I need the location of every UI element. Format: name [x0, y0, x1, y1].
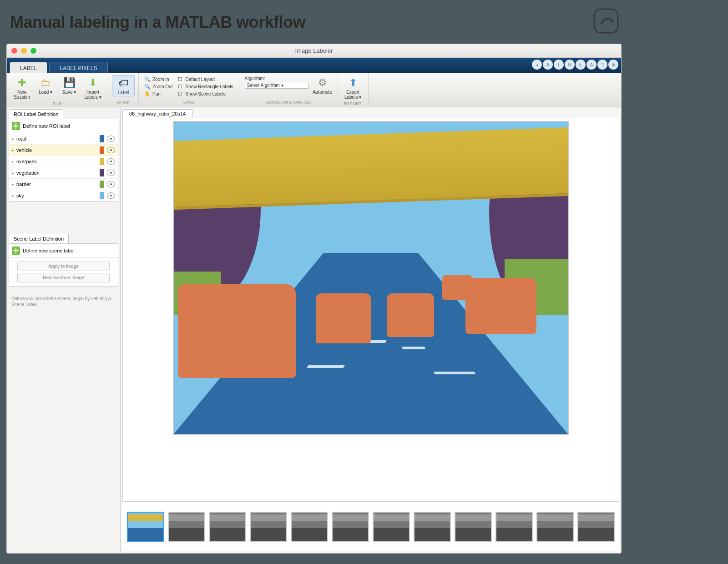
qa-btn[interactable]: ⊕	[608, 60, 618, 70]
visibility-icon[interactable]	[107, 147, 115, 153]
roi-panel-title: ROI Label Definition	[9, 109, 63, 119]
visibility-icon[interactable]	[107, 181, 115, 187]
app-window: Image Labeler LABEL LABEL PIXELS ◂ A I R…	[6, 44, 622, 554]
zoom-out-icon: 🔍	[144, 83, 151, 90]
gears-icon: ⚙	[312, 76, 333, 90]
roi-label-item[interactable]: ▸sky	[9, 190, 118, 201]
filmstrip-thumb[interactable]	[332, 512, 369, 542]
qa-btn[interactable]: A	[543, 60, 553, 70]
select-algorithm-dropdown[interactable]: Select Algorithm ▾	[245, 82, 308, 89]
expand-icon: ▸	[12, 148, 14, 152]
define-scene-button[interactable]: Define new scene label	[9, 244, 118, 258]
roi-label-item[interactable]: ▸overpass	[9, 156, 118, 167]
color-swatch	[100, 192, 104, 199]
save-icon: 💾	[59, 76, 80, 90]
export-icon: ⬆	[343, 76, 364, 90]
qa-btn[interactable]: R	[565, 60, 575, 70]
label-name: overpass	[16, 159, 98, 164]
ribbon-group-export: ⬆Export Labels ▾ EXPORT	[338, 73, 369, 107]
ribbon: ✚New Session 🗀Load ▾ 💾Save ▾ ⬇Import Lab…	[7, 73, 621, 107]
qa-btn[interactable]: E	[576, 60, 586, 70]
filmstrip-thumb[interactable]	[209, 512, 246, 542]
filmstrip-thumb[interactable]	[168, 512, 205, 542]
window-title: Image Labeler	[295, 47, 333, 54]
pan-button[interactable]: ✋Pan	[144, 91, 172, 97]
color-swatch	[100, 181, 104, 188]
filmstrip-thumb[interactable]	[250, 512, 287, 542]
define-roi-button[interactable]: Define new ROI label	[9, 119, 118, 133]
visibility-icon[interactable]	[107, 170, 115, 176]
slide-title: Manual labeling in a MATLAB workflow	[0, 8, 628, 44]
save-button[interactable]: 💾Save ▾	[58, 75, 81, 96]
qa-btn[interactable]: A	[586, 60, 597, 70]
tag-icon: 🏷	[113, 76, 133, 90]
zoom-in-icon: 🔍	[144, 76, 151, 82]
visibility-icon[interactable]	[107, 192, 115, 199]
left-panel: ROI Label Definition Define new ROI labe…	[7, 107, 121, 553]
expand-icon: ▸	[12, 160, 14, 164]
color-swatch	[100, 158, 104, 165]
zoom-out-button[interactable]: 🔍Zoom Out	[144, 83, 172, 90]
expand-icon: ▸	[12, 171, 14, 175]
ribbon-group-file: ✚New Session 🗀Load ▾ 💾Save ▾ ⬇Import Lab…	[7, 73, 108, 107]
visibility-icon[interactable]	[107, 158, 115, 165]
show-rect-check[interactable]: ☐Show Rectangle Labels	[177, 83, 233, 90]
labeled-image[interactable]	[173, 121, 569, 435]
import-icon: ⬇	[82, 76, 103, 90]
roi-label-item[interactable]: ▸road	[9, 133, 118, 145]
qa-btn[interactable]: ?	[597, 60, 607, 70]
qa-btn[interactable]: ◂	[532, 60, 542, 70]
algorithm-label: Algorithm:	[245, 76, 308, 81]
filmstrip[interactable]	[122, 501, 619, 551]
titlebar: Image Labeler	[7, 44, 621, 58]
expand-icon: ▸	[12, 137, 14, 141]
filmstrip-thumb[interactable]	[291, 512, 328, 542]
ribbon-group-view: 🔍Zoom In 🔍Zoom Out ✋Pan ☐Default Layout …	[139, 73, 239, 107]
scene-hint-text: Before you can label a scene, begin by d…	[7, 289, 120, 312]
expand-icon: ▸	[12, 194, 14, 198]
brand-logo-icon	[593, 8, 619, 34]
main-canvas-area: 06_highway_cutin_20s14	[121, 107, 621, 553]
attribution-text: Data source: youtube.com — How To Label …	[0, 554, 628, 564]
scene-panel-title: Scene Label Definition	[9, 234, 69, 243]
label-name: sky	[16, 193, 98, 198]
visibility-icon[interactable]	[107, 136, 115, 142]
ribbon-group-automate: Algorithm: Select Algorithm ▾ ⚙Automate …	[239, 73, 338, 107]
filmstrip-thumb[interactable]	[536, 512, 574, 542]
plus-icon	[12, 247, 20, 255]
window-controls[interactable]	[11, 48, 36, 54]
roi-label-item[interactable]: ▸vegetation	[9, 167, 118, 179]
apply-to-image-button[interactable]: Apply to Image	[17, 262, 110, 271]
zoom-in-button[interactable]: 🔍Zoom In	[144, 76, 172, 82]
label-name: vehicle	[16, 147, 98, 153]
export-labels-button[interactable]: ⬆Export Labels ▾	[342, 75, 364, 101]
qa-btn[interactable]: I	[554, 60, 564, 70]
roi-label-item[interactable]: ▸barrier	[9, 179, 118, 190]
automate-button[interactable]: ⚙Automate	[311, 75, 334, 96]
label-mode-button[interactable]: 🏷Label	[112, 75, 135, 96]
tab-label[interactable]: LABEL	[10, 62, 47, 73]
remove-from-image-button[interactable]: Remove from Image	[17, 273, 110, 282]
svg-rect-0	[594, 9, 618, 33]
filmstrip-thumb[interactable]	[455, 512, 492, 542]
image-canvas[interactable]	[122, 118, 619, 501]
new-session-button[interactable]: ✚New Session	[10, 75, 33, 101]
label-name: vegetation	[16, 170, 98, 176]
filmstrip-thumb[interactable]	[577, 512, 615, 542]
color-swatch	[100, 169, 104, 176]
show-scene-check[interactable]: ☐Show Scene Labels	[177, 91, 233, 97]
roi-label-item[interactable]: ▸vehicle	[9, 145, 118, 156]
folder-open-icon: 🗀	[35, 76, 56, 90]
tab-label-pixels[interactable]: LABEL PIXELS	[49, 62, 107, 73]
load-button[interactable]: 🗀Load ▾	[34, 75, 57, 96]
filmstrip-thumb[interactable]	[495, 512, 533, 542]
color-swatch	[100, 135, 104, 142]
filmstrip-thumb[interactable]	[373, 512, 410, 542]
filmstrip-thumb[interactable]	[414, 512, 451, 542]
filmstrip-thumb[interactable]	[127, 512, 164, 542]
hand-icon: ✋	[144, 91, 151, 97]
plus-icon: ✚	[11, 76, 32, 90]
import-labels-button[interactable]: ⬇Import Labels ▾	[81, 75, 104, 101]
default-layout-check[interactable]: ☐Default Layout	[177, 76, 233, 82]
document-tab[interactable]: 06_highway_cutin_20s14	[122, 109, 192, 118]
